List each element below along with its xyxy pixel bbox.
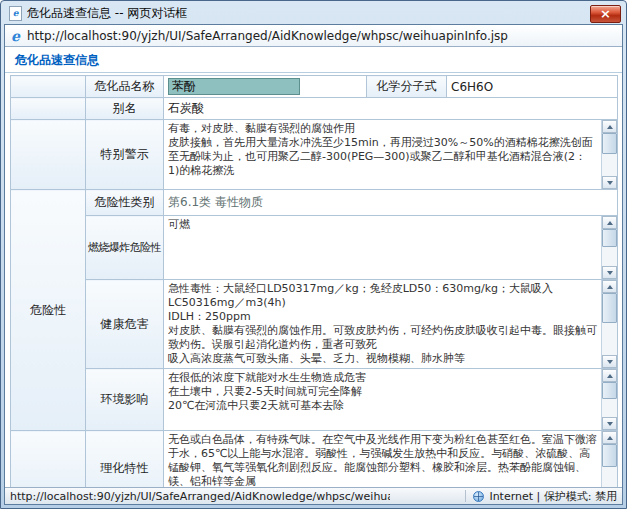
client-area: e http://localhost:90/yjzh/UI/SafeArrang… xyxy=(4,24,623,505)
cell-scrollbar[interactable] xyxy=(601,369,617,430)
health-hazard-text: 急性毒性：大鼠经口LD50317mg／kg；兔经皮LD50：630mg/kg；大… xyxy=(168,282,597,366)
cell-scrollbar[interactable] xyxy=(601,216,617,279)
scroll-thumb[interactable] xyxy=(602,229,617,247)
spacer-cell xyxy=(11,120,86,190)
row-flammability: 燃烧爆炸危险性 可燃 xyxy=(11,216,618,280)
environment-label: 环境影响 xyxy=(86,369,164,431)
status-bar: http://localhost:90/yjzh/UI/SafeArranged… xyxy=(5,487,622,504)
properties-label: 理化特性 xyxy=(86,431,164,488)
row-properties: 理化特性 无色或白色晶体，有特殊气味。在空气中及光线作用下变为粉红色甚至红色。室… xyxy=(11,431,618,488)
status-url: http://localhost:90/yjzh/UI/SafeArranged… xyxy=(10,490,390,503)
spacer-cell xyxy=(11,431,86,488)
status-separator xyxy=(465,490,466,502)
cell-scrollbar[interactable] xyxy=(601,120,617,189)
danger-group-label: 危险性 xyxy=(11,190,86,431)
scroll-down-icon[interactable] xyxy=(602,417,617,430)
danger-class-value: 第6.1类 毒性物质 xyxy=(168,195,263,209)
title-bar[interactable]: e 危化品速查信息 -- 网页对话框 × xyxy=(4,1,623,24)
properties-text: 无色或白色晶体，有特殊气味。在空气中及光线作用下变为粉红色甚至红色。室温下微溶于… xyxy=(168,433,597,487)
scroll-thumb[interactable] xyxy=(602,293,617,323)
chemical-name-input[interactable] xyxy=(168,78,300,95)
cell-scrollbar[interactable] xyxy=(601,280,617,368)
address-url: http://localhost:90/yjzh/UI/SafeArranged… xyxy=(27,29,508,43)
page-title: 危化品速查信息 xyxy=(5,47,622,73)
zone-text: Internet | 保护模式: 禁用 xyxy=(489,489,617,504)
spacer-cell xyxy=(11,98,86,120)
formula-value: C6H6O xyxy=(447,76,618,98)
page-content: 危化品速查信息 危化品名称 化学分子式 C6H6O 别名 xyxy=(5,47,622,487)
scroll-down-icon[interactable] xyxy=(602,355,617,368)
special-warning-text: 有毒，对皮肤、黏膜有强烈的腐蚀作用 皮肤接触，首先用大量清水冲洗至少15min，… xyxy=(168,122,597,178)
scroll-up-icon[interactable] xyxy=(602,216,617,229)
scroll-down-icon[interactable] xyxy=(602,176,617,189)
chemical-name-label: 危化品名称 xyxy=(86,76,164,98)
health-hazard-label: 健康危害 xyxy=(86,280,164,369)
row-chemical-name: 危化品名称 化学分子式 C6H6O xyxy=(11,76,618,98)
flammability-label: 燃烧爆炸危险性 xyxy=(86,216,164,280)
spacer-cell xyxy=(11,76,86,98)
dialog-page-icon: e xyxy=(9,6,22,21)
ie-icon: e xyxy=(11,28,20,44)
scroll-up-icon[interactable] xyxy=(602,431,617,444)
ie-glyph: e xyxy=(13,8,19,18)
formula-label: 化学分子式 xyxy=(367,76,447,98)
scroll-thumb[interactable] xyxy=(602,444,617,467)
properties-cell: 无色或白色晶体，有特殊气味。在空气中及光线作用下变为粉红色甚至红色。室温下微溶于… xyxy=(164,431,618,488)
cell-scrollbar[interactable] xyxy=(601,431,617,487)
close-button[interactable]: × xyxy=(590,5,621,23)
alias-label: 别名 xyxy=(86,98,164,120)
internet-globe-icon xyxy=(473,491,484,502)
health-hazard-cell: 急性毒性：大鼠经口LD50317mg／kg；兔经皮LD50：630mg/kg；大… xyxy=(164,280,618,369)
scroll-down-icon[interactable] xyxy=(602,266,617,279)
info-table: 危化品名称 化学分子式 C6H6O 别名 石炭酸 特别警示 有毒 xyxy=(10,75,618,487)
scroll-thumb[interactable] xyxy=(602,133,617,154)
special-warning-cell: 有毒，对皮肤、黏膜有强烈的腐蚀作用 皮肤接触，首先用大量清水冲洗至少15min，… xyxy=(164,120,618,190)
row-special-warning: 特别警示 有毒，对皮肤、黏膜有强烈的腐蚀作用 皮肤接触，首先用大量清水冲洗至少1… xyxy=(11,120,618,190)
row-environment: 环境影响 在很低的浓度下就能对水生生物造成危害 在土壤中，只要2-5天时间就可完… xyxy=(11,369,618,431)
row-danger-class: 危险性 危险性类别 第6.1类 毒性物质 xyxy=(11,190,618,216)
window-title: 危化品速查信息 -- 网页对话框 xyxy=(27,5,590,22)
chemical-name-cell xyxy=(164,76,367,98)
environment-cell: 在很低的浓度下就能对水生生物造成危害 在土壤中，只要2-5天时间就可完全降解 2… xyxy=(164,369,618,431)
alias-value: 石炭酸 xyxy=(164,98,618,120)
danger-class-cell: 第6.1类 毒性物质 xyxy=(164,190,618,216)
status-zone: Internet | 保护模式: 禁用 xyxy=(458,489,617,504)
row-health-hazard: 健康危害 急性毒性：大鼠经口LD50317mg／kg；兔经皮LD50：630mg… xyxy=(11,280,618,369)
scroll-up-icon[interactable] xyxy=(602,280,617,293)
address-bar: e http://localhost:90/yjzh/UI/SafeArrang… xyxy=(5,25,622,47)
scroll-thumb[interactable] xyxy=(602,382,617,399)
flammability-text: 可燃 xyxy=(168,218,597,232)
special-warning-label: 特别警示 xyxy=(86,120,164,190)
scroll-up-icon[interactable] xyxy=(602,120,617,133)
environment-text: 在很低的浓度下就能对水生生物造成危害 在土壤中，只要2-5天时间就可完全降解 2… xyxy=(168,371,597,413)
scroll-up-icon[interactable] xyxy=(602,369,617,382)
danger-class-label: 危险性类别 xyxy=(86,190,164,216)
flammability-cell: 可燃 xyxy=(164,216,618,280)
dialog-window: e 危化品速查信息 -- 网页对话框 × e http://localhost:… xyxy=(0,0,627,509)
row-alias: 别名 石炭酸 xyxy=(11,98,618,120)
